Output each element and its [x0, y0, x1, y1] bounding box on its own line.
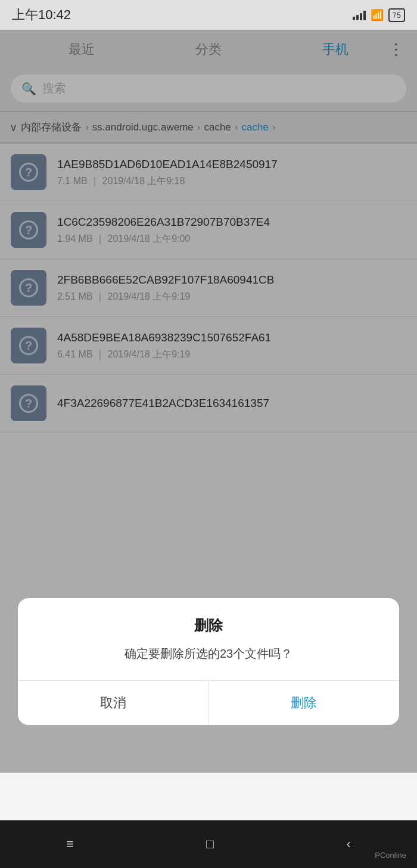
- nav-menu-button[interactable]: ≡: [66, 836, 74, 852]
- dialog-buttons: 取消 删除: [18, 681, 399, 725]
- bottom-nav: ≡ □ ‹ PConline: [0, 820, 417, 868]
- status-icons: 📶 75: [353, 8, 405, 22]
- delete-confirm-button[interactable]: 删除: [209, 681, 400, 725]
- cancel-button[interactable]: 取消: [18, 681, 209, 725]
- wifi-icon: 📶: [371, 8, 384, 21]
- delete-dialog: 删除 确定要删除所选的23个文件吗？ 取消 删除: [18, 598, 399, 725]
- nav-home-button[interactable]: □: [206, 836, 214, 852]
- dialog-message: 确定要删除所选的23个文件吗？: [18, 645, 399, 680]
- signal-icon: [353, 10, 366, 20]
- watermark: PConline: [375, 851, 406, 860]
- dialog-title: 删除: [18, 598, 399, 645]
- dialog-overlay: 删除 确定要删除所选的23个文件吗？ 取消 删除: [0, 30, 417, 773]
- nav-back-button[interactable]: ‹: [347, 836, 351, 852]
- status-time: 上午10:42: [12, 6, 71, 24]
- status-bar: 上午10:42 📶 75: [0, 0, 417, 30]
- battery-indicator: 75: [388, 8, 405, 22]
